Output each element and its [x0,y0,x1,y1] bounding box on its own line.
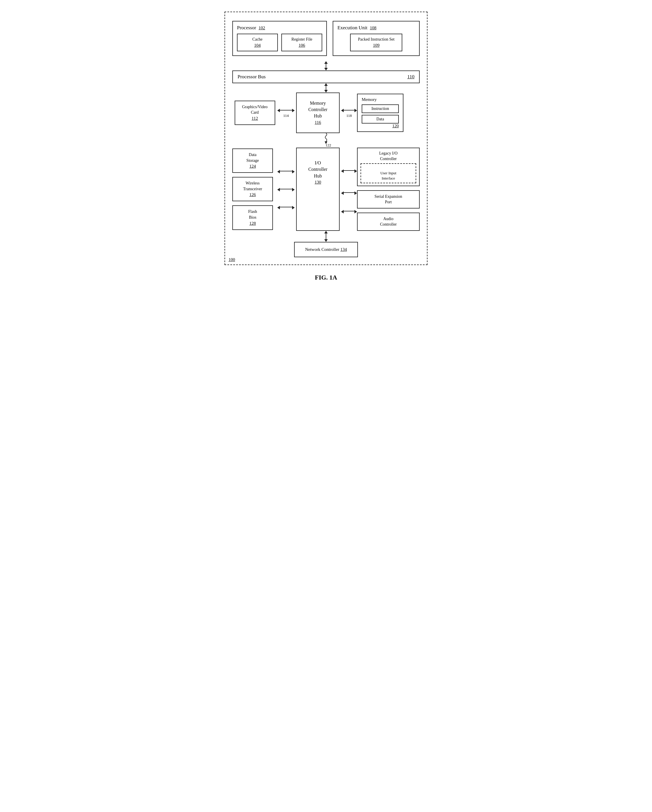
instruction-box: Instruction [362,104,399,113]
arrow-bus-to-mch [232,83,420,93]
arrow-serial [341,185,357,200]
arrow-mch-ioh: 122 [232,133,420,148]
arr-rr2 [354,190,357,195]
memory-col: Memory Instruction Data 120 [357,94,420,132]
arrow-proc-to-bus [232,61,420,70]
execution-unit-box: Execution Unit 108 Packed Instruction Se… [333,21,420,56]
register-file-box: Register File 106 [281,34,322,51]
arrow-audio [341,205,357,218]
arrow-flashbios [277,200,295,214]
right-arrows-col [341,148,357,231]
arrow-head-up [324,61,328,64]
arr-line2 [280,189,292,189]
serial-expansion-box: Serial Expansion Port [357,190,420,209]
arr-rl2 [341,190,344,195]
cache-box: Cache 104 [237,34,278,51]
arrow-122-label: 122 [325,143,331,148]
arrow-legacy [341,160,357,181]
processor-inner-row: Cache 104 Register File 106 [237,34,322,51]
legacy-io-box: Legacy I/O Controller User Input Interfa… [357,148,420,186]
left-arrows-col [277,148,295,231]
arr-rl1 [341,168,344,173]
arrow-line [326,64,326,68]
graphics-card-col: Graphics/Video Card 112 [232,101,277,125]
arr-rl3 [341,209,344,214]
ioh-section: Data Storage 124 Wireless Transceiver 12… [232,148,420,231]
ioh-center-col: I/O Controller Hub 130 [295,148,341,231]
arr-rr3 [354,209,357,214]
audio-controller-box: Audio Controller [357,212,420,231]
processor-title: Processor 102 [237,25,322,31]
arr-l1 [277,168,280,174]
arrow-mch-memory: 118 [341,108,357,118]
processor-bus-row: Processor Bus 110 [232,70,420,83]
arrow-114-label: 114 [283,113,289,118]
flash-bios-box: Flash Bios 128 [232,205,273,230]
arr-line1 [280,171,292,171]
arrow-datastorage [277,165,295,178]
execution-unit-title: Execution Unit 108 [337,25,415,31]
arrow-head-down [324,68,328,70]
arrow-line2 [326,86,326,90]
arr-r3 [292,205,295,210]
memory-box: Memory Instruction Data 120 [357,94,403,132]
wireless-transceiver-box: Wireless Transceiver 126 [232,177,273,201]
arr-rline2 [344,192,354,193]
ioh-right-col: Legacy I/O Controller User Input Interfa… [357,148,420,231]
packed-instruction-set-box: Packed Instruction Set 109 [350,34,402,51]
arr-r2 [292,186,295,192]
network-row: Network Controller 134 [232,242,420,257]
mch-box: Memory Controller Hub 116 [296,93,340,133]
arrow-ioh-network [232,231,420,242]
figure-caption: FIG. 1A [224,274,428,281]
ioh-left-col: Data Storage 124 Wireless Transceiver 12… [232,148,277,231]
arrow-right-head [292,108,295,113]
arr-l3 [277,205,280,210]
arr-rline1 [344,170,354,171]
arrow-right-head2 [354,108,357,113]
arrow-head-up2 [324,83,328,86]
data-storage-box: Data Storage 124 [232,148,273,173]
ioh-box: I/O Controller Hub 130 [296,148,340,231]
outer-diagram-label: 100 [229,257,235,262]
arrow-left-head [277,108,280,113]
arrow-left-head2 [341,108,344,113]
processor-execution-row: Processor 102 Cache 104 Register File 10… [232,21,420,56]
arrow-118-label: 118 [346,113,352,118]
arrow-hline2 [344,110,354,110]
arrow-hline1 [280,110,292,110]
mch-col: Memory Controller Hub 116 [295,93,341,133]
arrow-line3 [326,234,326,239]
arrow-graphics-mch: 114 [277,108,295,118]
memory-title: Memory [362,97,399,102]
arr-r1 [292,168,295,174]
arr-rline3 [344,211,354,211]
arr-line3 [280,207,292,208]
arr-l2 [277,186,280,192]
arrow-wireless [277,182,295,196]
processor-box: Processor 102 Cache 104 Register File 10… [232,21,327,56]
arr-rr1 [354,168,357,173]
wavy-arrow-svg [322,133,330,144]
network-controller-box: Network Controller 134 [294,242,358,257]
graphics-card-box: Graphics/Video Card 112 [235,101,275,125]
page: Processor 102 Cache 104 Register File 10… [224,12,428,281]
mch-section: Graphics/Video Card 112 114 Memory Contr… [232,93,420,133]
arrow-head-down2 [324,90,328,93]
processor-bus-box: Processor Bus 110 [232,70,420,83]
memory-number: 120 [362,124,399,128]
outer-diagram-box: Processor 102 Cache 104 Register File 10… [224,12,428,265]
data-box: Data [362,115,399,124]
arrow-head-down3 [324,239,328,242]
user-input-interface-box: User Input Interface [360,163,416,183]
arrow-head-up3 [324,231,328,234]
